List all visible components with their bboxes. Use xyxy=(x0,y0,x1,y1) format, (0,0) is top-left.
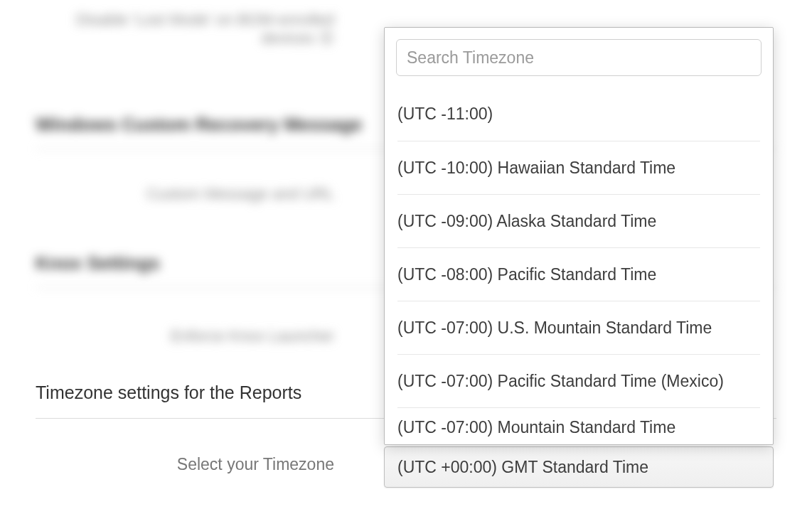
timezone-search-input[interactable] xyxy=(396,39,762,76)
timezone-option[interactable]: (UTC -11:00) xyxy=(397,87,760,141)
timezone-option[interactable]: (UTC -08:00) Pacific Standard Time xyxy=(397,247,760,301)
section-title-timezone-reports: Timezone settings for the Reports xyxy=(36,382,301,403)
timezone-option[interactable]: (UTC -07:00) Pacific Standard Time (Mexi… xyxy=(397,354,760,407)
timezone-option[interactable]: (UTC -07:00) U.S. Mountain Standard Time xyxy=(397,301,760,354)
bg-label: Custom Message and URL xyxy=(36,185,334,203)
timezone-option[interactable]: (UTC -09:00) Alaska Standard Time xyxy=(397,194,760,247)
timezone-select[interactable]: (UTC +00:00) GMT Standard Time xyxy=(384,446,774,488)
timezone-option-list[interactable]: (UTC -11:00) (UTC -10:00) Hawaiian Stand… xyxy=(385,87,773,444)
bg-label: Enforce Knox Launcher xyxy=(36,327,334,345)
timezone-dropdown: (UTC -11:00) (UTC -10:00) Hawaiian Stand… xyxy=(384,27,774,445)
settings-page: Disable 'Lost Mode' on BOM-enrolled devi… xyxy=(0,0,812,509)
search-wrap xyxy=(385,28,773,87)
timezone-option[interactable]: (UTC -10:00) Hawaiian Standard Time xyxy=(397,141,760,194)
bg-label: Disable 'Lost Mode' on BOM-enrolled devi… xyxy=(36,11,334,48)
timezone-selected-value: (UTC +00:00) GMT Standard Time xyxy=(397,458,648,477)
timezone-option[interactable]: (UTC -07:00) Mountain Standard Time xyxy=(397,407,760,444)
select-timezone-label: Select your Timezone xyxy=(36,455,334,474)
